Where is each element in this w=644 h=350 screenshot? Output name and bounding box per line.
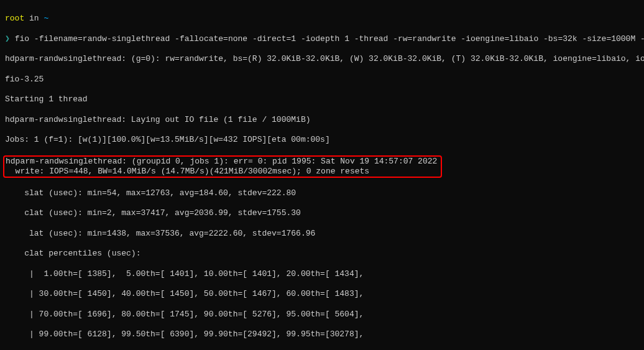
out-layout: hdparm-randwsinglethread: Laying out IO …: [5, 115, 639, 125]
out-jobs: Jobs: 1 (f=1): [w(1)][100.0%][w=13.5MiB/…: [5, 135, 639, 145]
prompt-path: ~: [44, 14, 48, 23]
terminal[interactable]: root in ~ ❯ fio -filename=randw-singleth…: [0, 0, 644, 350]
out-fio-version: fio-3.25: [5, 75, 639, 85]
command-line: ❯ fio -filename=randw-singlethread -fall…: [5, 34, 639, 44]
out-header: hdparm-randwsinglethread: (g=0): rw=rand…: [5, 54, 639, 64]
prompt-line: root in ~: [5, 14, 639, 24]
out-lat: lat (usec): min=1438, max=37536, avg=222…: [5, 229, 639, 239]
out-perc-row1: | 1.00th=[ 1385], 5.00th=[ 1401], 10.00t…: [5, 269, 639, 279]
out-write-line: hdparm-randwsinglethread: (groupid 0, jo…: [5, 155, 639, 178]
out-perc-row3: | 70.00th=[ 1696], 80.00th=[ 1745], 90.0…: [5, 310, 639, 320]
out-clat: clat (usec): min=2, max=37417, avg=2036.…: [5, 208, 639, 218]
out-slat: slat (usec): min=54, max=12763, avg=184.…: [5, 188, 639, 198]
out-clat-perc: clat percentiles (usec):: [5, 249, 639, 259]
out-write-summary: write: IOPS=448, BW=14.0MiB/s (14.7MB/s)…: [6, 167, 369, 176]
out-perc-row4: | 99.00th=[ 6128], 99.50th=[ 6390], 99.9…: [5, 329, 639, 339]
out-groupid-tail: 4:57:07 2022: [379, 157, 438, 166]
out-perc-row2: | 30.00th=[ 1450], 40.00th=[ 1450], 50.0…: [5, 289, 639, 299]
prompt-in: in: [29, 14, 39, 23]
out-groupid: hdparm-randwsinglethread: (groupid 0, jo…: [6, 157, 379, 166]
prompt-symbol: ❯: [5, 34, 10, 44]
highlight-box-write: hdparm-randwsinglethread: (groupid 0, jo…: [3, 155, 442, 178]
prompt-user: root: [5, 14, 24, 23]
out-starting: Starting 1 thread: [5, 94, 639, 104]
command-text: fio -filename=randw-singlethread -falloc…: [15, 34, 644, 44]
